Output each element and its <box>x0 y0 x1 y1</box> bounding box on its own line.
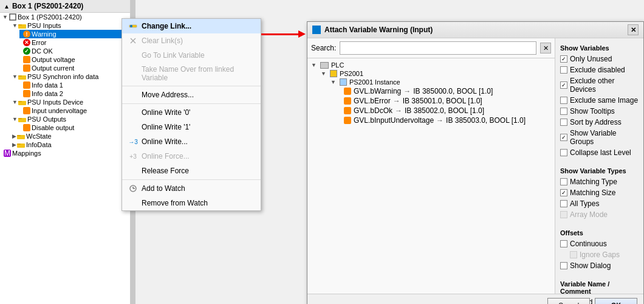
svg-rect-6 <box>18 101 22 102</box>
sort-by-address-checkbox[interactable] <box>560 119 567 126</box>
svg-rect-12 <box>17 143 21 145</box>
option-show-dialog[interactable]: Show Dialog <box>560 261 639 271</box>
instance-label: PS2001 Instance <box>349 78 400 86</box>
wcstate-arrow[interactable]: ▶ <box>12 133 16 139</box>
option-exclude-other-devices[interactable]: Exclude other Devices <box>560 76 639 94</box>
ok-button[interactable]: OK <box>595 298 637 304</box>
tree-item-infodata[interactable]: ▶ InfoData <box>10 140 130 149</box>
psu-sync-arrow[interactable]: ▼ <box>12 74 18 80</box>
var-arrow-1: → <box>403 87 411 95</box>
ctx-remove-watch[interactable]: Remove from Watch <box>122 196 261 210</box>
tree-item-disable[interactable]: Disable output <box>19 123 130 132</box>
tree-item-info2[interactable]: Info data 2 <box>19 89 130 98</box>
option-matching-size[interactable]: Matching Size <box>560 188 639 198</box>
tree-item-dc-ok[interactable]: ✓ DC OK <box>19 47 130 55</box>
collapse-last-checkbox[interactable] <box>560 149 567 156</box>
matching-type-label: Matching Type <box>570 178 617 186</box>
tree-item-mappings[interactable]: M Mappings <box>0 149 130 157</box>
tree-item-error[interactable]: ✕ Error <box>19 38 130 47</box>
dialog-close-button[interactable]: ✕ <box>628 24 639 35</box>
show-dialog-checkbox[interactable] <box>560 262 567 269</box>
tree-header-title: Box 1 (PS2001-2420) <box>12 2 83 10</box>
online-write-0-label: Online Write '0' <box>142 108 190 117</box>
only-unused-checkbox[interactable] <box>560 55 567 63</box>
tree-ps2001[interactable]: ▼ PS2001 <box>307 69 555 78</box>
add-watch-label: Add to Watch <box>142 184 185 193</box>
goto-link-label: Go To Link Variable <box>142 51 205 60</box>
var-row-dcok[interactable]: GVL.bDcOk → IB 385002.0, BOOL [1.0] <box>307 106 555 116</box>
tree-item-psu-outputs[interactable]: ▼ PSU Outputs <box>10 115 130 123</box>
option-continuous[interactable]: Continuous <box>560 239 639 249</box>
tree-header-icon: ▲ <box>4 3 10 10</box>
move-address-label: Move Address... <box>142 91 194 99</box>
option-exclude-same-image[interactable]: Exclude same Image <box>560 95 639 105</box>
matching-size-label: Matching Size <box>570 188 615 197</box>
tree-item-info1[interactable]: Info data 1 <box>19 81 130 89</box>
tree-plc[interactable]: ▼ PLC <box>307 61 555 69</box>
option-sort-by-address[interactable]: Sort by Address <box>560 117 639 127</box>
info2-icon <box>22 90 32 97</box>
exclude-other-devices-checkbox[interactable] <box>560 81 567 89</box>
ctx-online-write[interactable]: →3 Online Write... <box>122 134 261 149</box>
ps2001-expand-arrow[interactable]: ▼ <box>321 71 326 77</box>
option-exclude-disabled[interactable]: Exclude disabled <box>560 65 639 75</box>
only-unused-label: Only Unused <box>570 55 612 63</box>
tree-item-psu-device[interactable]: ▼ PSU Inputs Device <box>10 98 130 106</box>
instance-expand-arrow[interactable]: ▼ <box>331 79 336 85</box>
var-warning-name: GVL.bWarning <box>354 87 401 95</box>
release-icon <box>128 166 138 176</box>
expand-arrow[interactable]: ▼ <box>2 14 8 20</box>
tree-item-warning[interactable]: ! Warning <box>19 30 130 38</box>
continuous-checkbox[interactable] <box>560 240 567 247</box>
ctx-change-link[interactable]: Change Link... <box>122 19 261 33</box>
psu-inputs-arrow[interactable]: ▼ <box>12 22 18 29</box>
ctx-release-force[interactable]: Release Force <box>122 164 261 178</box>
matching-size-checkbox[interactable] <box>560 189 567 196</box>
search-input[interactable] <box>340 41 536 55</box>
ctx-online-write-0[interactable]: Online Write '0' <box>122 105 261 120</box>
show-variable-groups-checkbox[interactable] <box>560 134 567 141</box>
var-row-undervoltage[interactable]: GVL.bInputUndervoltage → IB 385003.0, BO… <box>307 116 555 125</box>
psu-outputs-arrow[interactable]: ▼ <box>12 116 18 122</box>
exclude-disabled-checkbox[interactable] <box>560 66 567 74</box>
ctx-divider-3 <box>122 179 261 180</box>
exclude-same-image-checkbox[interactable] <box>560 97 567 104</box>
offsets-title: Offsets <box>560 229 639 237</box>
ctx-move-address[interactable]: Move Address... <box>122 88 261 102</box>
ctx-online-write-1[interactable]: Online Write '1' <box>122 120 261 134</box>
search-clear-button[interactable]: ✕ <box>540 43 551 54</box>
matching-type-checkbox[interactable] <box>560 178 567 185</box>
show-tooltips-checkbox[interactable] <box>560 108 567 115</box>
ctx-add-watch[interactable]: Add to Watch <box>122 181 261 196</box>
svg-rect-2 <box>18 24 22 26</box>
option-matching-type[interactable]: Matching Type <box>560 177 639 187</box>
tree-item-psu-inputs[interactable]: ▼ PSU Inputs <box>10 21 130 30</box>
dialog-left-panel: Search: ✕ ▼ PLC ▼ PS2001 <box>307 38 555 294</box>
tree-item-output-voltage[interactable]: Output voltage <box>19 55 130 64</box>
cancel-button[interactable]: Cancel <box>547 298 590 304</box>
tree-instance[interactable]: ▼ PS2001 Instance <box>307 78 555 86</box>
tree-item-box1[interactable]: ▼ Box 1 (PS2001-2420) <box>0 13 130 21</box>
option-only-unused[interactable]: Only Unused <box>560 54 639 64</box>
plc-expand-arrow[interactable]: ▼ <box>311 62 317 68</box>
mappings-label: Mappings <box>12 150 41 157</box>
tree-item-input-under[interactable]: Input undervoltage <box>19 106 130 115</box>
option-collapse-last[interactable]: Collapse last Level <box>560 148 639 157</box>
tree-item-psu-sync[interactable]: ▼ PSU Synchron info data <box>10 72 130 81</box>
all-types-checkbox[interactable] <box>560 200 567 207</box>
option-all-types[interactable]: All Types <box>560 199 639 209</box>
var-row-error[interactable]: GVL.bError → IB 385001.0, BOOL [1.0] <box>307 96 555 106</box>
sync-folder-icon <box>18 73 27 80</box>
option-show-tooltips[interactable]: Show Tooltips <box>560 106 639 116</box>
psu-device-arrow[interactable]: ▼ <box>12 99 18 105</box>
svg-rect-10 <box>17 135 21 136</box>
var-arrow-3: → <box>395 106 402 115</box>
tree-item-output-current[interactable]: Output current <box>19 64 130 72</box>
dialog-options-panel: Show Variables Only Unused Exclude disab… <box>555 38 643 294</box>
instance-icon <box>340 78 347 86</box>
option-show-variable-groups[interactable]: Show Variable Groups <box>560 128 639 147</box>
var-row-warning[interactable]: GVL.bWarning → IB 385000.0, BOOL [1.0] <box>307 86 555 96</box>
tree-item-wcstate[interactable]: ▶ WcState <box>10 132 130 140</box>
infodata-arrow[interactable]: ▶ <box>12 142 16 148</box>
mappings-icon: M <box>2 150 12 157</box>
